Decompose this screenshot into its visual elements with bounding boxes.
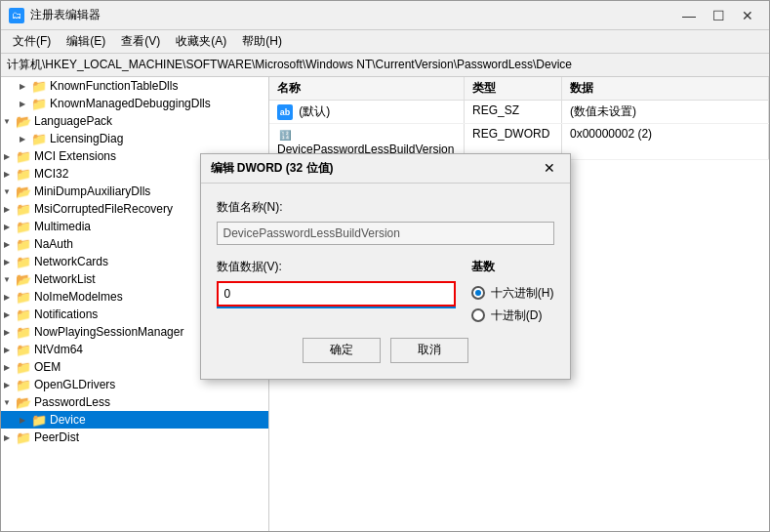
- data-base-row: 数值数据(V): 基数 十六进制(H): [217, 259, 554, 324]
- radio-decimal-dot: [471, 308, 485, 322]
- cancel-button[interactable]: 取消: [390, 338, 468, 363]
- data-label: 数值数据(V):: [217, 259, 456, 275]
- ok-button[interactable]: 确定: [303, 338, 381, 363]
- base-label: 基数: [471, 259, 554, 275]
- main-window: 🗂 注册表编辑器 — ☐ ✕ 文件(F) 编辑(E) 查看(V) 收藏夹(A) …: [0, 0, 770, 532]
- name-input: [217, 222, 554, 245]
- name-label: 数值名称(N):: [217, 199, 554, 216]
- edit-dword-dialog: 编辑 DWORD (32 位值) ✕ 数值名称(N): 数值数据(V):: [200, 153, 571, 380]
- dialog-title-bar: 编辑 DWORD (32 位值) ✕: [201, 154, 570, 184]
- radio-hex[interactable]: 十六进制(H): [471, 285, 554, 302]
- dialog-buttons: 确定 取消: [217, 338, 554, 363]
- value-input[interactable]: [217, 281, 456, 307]
- radio-hex-dot: [471, 286, 485, 300]
- dialog-overlay: 编辑 DWORD (32 位值) ✕ 数值名称(N): 数值数据(V):: [1, 1, 769, 531]
- input-underline: [217, 307, 456, 308]
- dialog-title-text: 编辑 DWORD (32 位值): [211, 160, 334, 177]
- radio-decimal[interactable]: 十进制(D): [471, 307, 554, 324]
- dialog-body: 数值名称(N): 数值数据(V): 基数: [201, 184, 570, 379]
- base-group: 基数 十六进制(H) 十进制(D): [471, 259, 554, 324]
- dialog-close-button[interactable]: ✕: [539, 157, 560, 179]
